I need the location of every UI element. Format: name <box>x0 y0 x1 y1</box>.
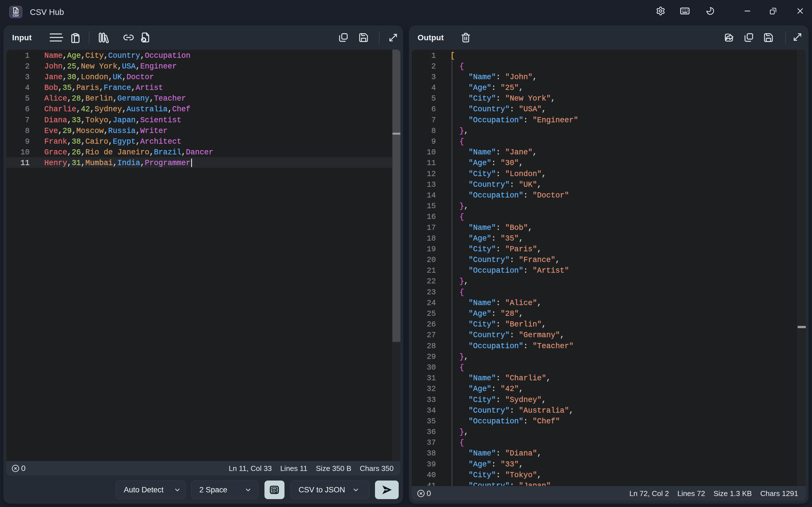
svg-text:CSV: CSV <box>13 14 19 17</box>
